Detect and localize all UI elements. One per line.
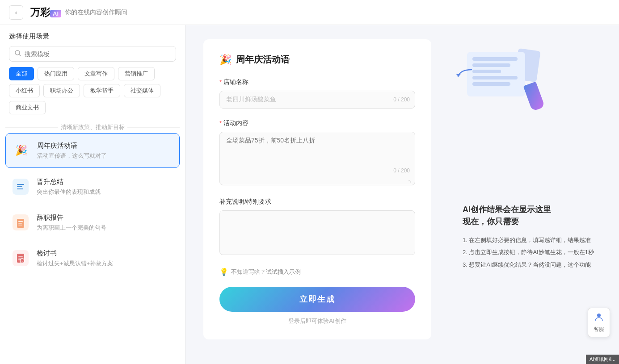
template-info-promotion: 晋升总结 突出你最佳的表现和成就: [37, 178, 174, 196]
ai-step-2: 2. 点击立即生成按钮，静待AI妙笔生花，一般在1秒: [463, 247, 594, 257]
store-name-input[interactable]: 老四川鲜汤酸菜鱼: [219, 91, 415, 109]
activity-textarea-wrapper: 0 / 200 ⤡: [219, 132, 415, 187]
template-info-anniversary: 周年庆活动语 活动宣传语，这么写就对了: [37, 142, 174, 160]
required-star-store: *: [219, 79, 222, 86]
header-subtitle: 你的在线内容创作顾问: [65, 8, 127, 17]
template-list: 🎉 周年庆活动语 活动宣传语，这么写就对了 晋升总结: [0, 133, 185, 364]
cs-label: 客服: [594, 326, 604, 333]
ai-title-line2: 现在，你只需要: [463, 217, 519, 226]
doc-line-3: [472, 70, 501, 73]
main-content: 🎉 周年庆活动语 * 店铺名称 老四川鲜汤酸菜鱼 0 / 200: [185, 25, 449, 364]
doc-arrow: [456, 67, 474, 83]
tag-xiaohongshu[interactable]: 小红书: [9, 84, 40, 97]
store-char-count: 0 / 200: [393, 96, 410, 103]
ai-title-line1: AI创作结果会在显示这里: [463, 205, 551, 214]
tag-marketing[interactable]: 营销推广: [118, 67, 155, 80]
tag-office[interactable]: 职场办公: [43, 84, 80, 97]
tag-all[interactable]: 全部: [9, 67, 34, 80]
sidebar-title: 选择使用场景: [9, 32, 176, 41]
tag-teaching[interactable]: 教学帮手: [84, 84, 120, 97]
form-group-activity: * 活动内容 0 / 200 ⤡: [219, 119, 415, 187]
svg-line-1: [19, 54, 21, 56]
doc-line-2: [472, 63, 510, 67]
resize-handle[interactable]: ⤡: [408, 179, 412, 184]
template-item-promotion[interactable]: 晋升总结 突出你最佳的表现和成就: [5, 170, 180, 204]
hint-link[interactable]: 💡 不知道写啥？试试插入示例: [219, 268, 415, 276]
template-icon-anniversary: 🎉: [11, 141, 31, 160]
store-input-wrapper: 老四川鲜汤酸菜鱼 0 / 200: [219, 91, 415, 109]
template-info-resignation: 辞职报告 为离职画上一个完美的句号: [37, 213, 174, 232]
generate-button[interactable]: 立即生成: [219, 287, 415, 312]
tag-hot[interactable]: 热门应用: [38, 67, 74, 80]
cs-icon: [594, 312, 604, 324]
store-name-placeholder: 老四川鲜汤酸菜鱼: [226, 96, 276, 104]
customer-service-button[interactable]: 客服: [588, 308, 610, 337]
required-star-activity: *: [219, 120, 222, 127]
hint-icon: 💡: [219, 268, 228, 276]
doc-card-lines: [467, 52, 525, 94]
ai-steps: 1. 在左侧填好必要的信息，填写越详细，结果越准 2. 点击立即生成按钮，静待A…: [463, 235, 594, 272]
logo-text: 万彩AI: [30, 6, 61, 19]
form-title-text: 周年庆活动语: [236, 54, 290, 66]
form-label-store: * 店铺名称: [219, 78, 415, 86]
template-icon-resignation: [11, 213, 30, 232]
template-icon-review: !: [11, 248, 30, 268]
watermark-text: AI资讯网/i...: [590, 356, 615, 362]
label-text-activity: 活动内容: [223, 119, 248, 127]
ai-step-3: 3. 想要让AI继续优化结果？当然没问题，这个功能: [463, 259, 594, 270]
svg-marker-18: [456, 74, 461, 76]
template-icon-promotion: [11, 177, 30, 197]
form-group-store: * 店铺名称 老四川鲜汤酸菜鱼 0 / 200: [219, 78, 415, 109]
template-item-review[interactable]: ! 检讨书 检讨过失+诚恳认错+补救方案: [5, 241, 180, 275]
search-box[interactable]: [9, 46, 176, 62]
logo-ai: AI: [50, 10, 61, 17]
doc-line-5: [472, 82, 510, 86]
template-item-anniversary[interactable]: 🎉 周年庆活动语 活动宣传语，这么写就对了: [5, 133, 180, 168]
doc-illustration: [463, 43, 543, 114]
svg-rect-5: [17, 188, 23, 189]
form-title-icon: 🎉: [219, 54, 232, 66]
section-text: 清晰新政策、推动新目标: [61, 123, 125, 131]
activity-content-textarea[interactable]: [219, 132, 415, 185]
doc-pen: [523, 82, 545, 112]
section-label: 清晰新政策、推动新目标: [0, 120, 185, 133]
extra-textarea[interactable]: [219, 210, 415, 255]
svg-rect-10: [18, 225, 22, 226]
form-title: 🎉 周年庆活动语: [219, 54, 415, 66]
search-input[interactable]: [25, 50, 170, 58]
template-info-review: 检讨书 检讨过失+诚恳认错+补救方案: [37, 249, 174, 268]
form-label-activity: * 活动内容: [219, 119, 415, 127]
label-text-store: 店铺名称: [223, 78, 248, 86]
svg-rect-14: [18, 258, 22, 259]
form-card: 🎉 周年庆活动语 * 店铺名称 老四川鲜汤酸菜鱼 0 / 200: [203, 39, 431, 339]
doc-line-4: [472, 76, 518, 79]
section-divider-right: [127, 127, 180, 128]
tag-business[interactable]: 商业文书: [9, 101, 46, 114]
back-button[interactable]: ‹: [9, 5, 23, 20]
section-divider: [5, 127, 58, 128]
form-group-extra: 补充说明/特别要求: [219, 198, 415, 257]
sidebar-header: 选择使用场景: [0, 25, 185, 67]
svg-rect-3: [17, 184, 24, 185]
template-desc-promotion: 突出你最佳的表现和成就: [37, 188, 174, 196]
extra-textarea-wrapper: [219, 210, 415, 257]
svg-point-19: [597, 314, 601, 317]
svg-rect-9: [18, 223, 22, 224]
search-icon: [15, 50, 21, 58]
main-layout: 选择使用场景 全部 热门应用 文章写作 营销推广 小红书 职场办公 教学帮手 社…: [0, 25, 619, 364]
header: ‹ 万彩AI 你的在线内容创作顾问: [0, 0, 619, 25]
tag-social[interactable]: 社交媒体: [124, 84, 160, 97]
svg-rect-4: [17, 186, 22, 187]
svg-rect-8: [18, 221, 23, 222]
logo-area: 万彩AI 你的在线内容创作顾问: [30, 6, 127, 19]
tags-area: 全部 热门应用 文章写作 营销推广 小红书 职场办公 教学帮手 社交媒体 商业文…: [0, 67, 185, 120]
tag-article[interactable]: 文章写作: [78, 67, 114, 80]
back-icon: ‹: [15, 9, 17, 16]
doc-card: [467, 52, 525, 96]
template-name-promotion: 晋升总结: [37, 178, 174, 186]
template-name-review: 检讨书: [37, 249, 174, 258]
template-desc-resignation: 为离职画上一个完美的句号: [37, 224, 174, 232]
template-item-resignation[interactable]: 辞职报告 为离职画上一个完美的句号: [5, 205, 180, 239]
login-hint: 登录后即可体验AI创作: [219, 317, 415, 325]
ai-title: AI创作结果会在显示这里 现在，你只需要: [463, 204, 551, 228]
